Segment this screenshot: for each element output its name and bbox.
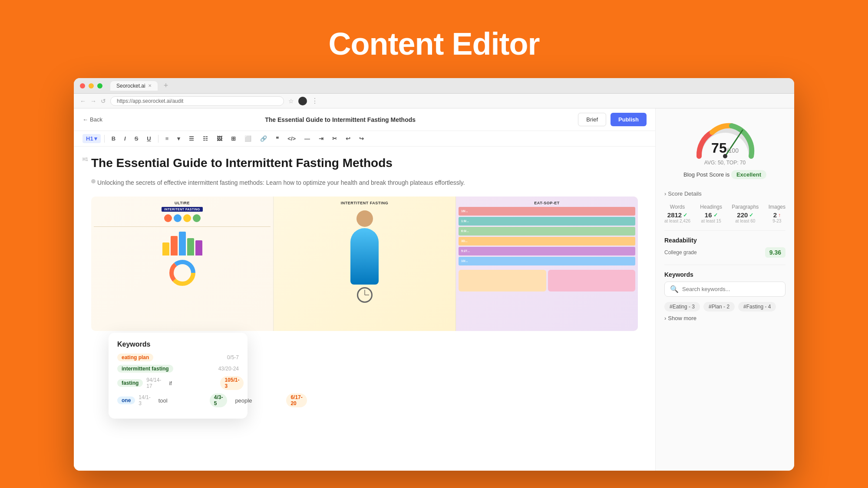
kw-tag-plan[interactable]: #Plan - 2	[703, 302, 735, 311]
kw-badge-fasting: fasting	[117, 379, 143, 387]
keywords-search-input[interactable]	[682, 286, 780, 292]
bookmark-icon[interactable]: ☆	[288, 98, 294, 105]
editor-content[interactable]: H1 The Essential Guide to Intermittent F…	[74, 147, 655, 471]
score-section: 75/100 AVG: 50, TOP: 70 Blog Post Score …	[664, 117, 785, 182]
stat-label-5: 5:27...	[461, 249, 470, 252]
search-icon: 🔍	[670, 285, 679, 293]
score-details-link[interactable]: › Score Details	[664, 190, 785, 197]
back-arrow-icon[interactable]: ←	[80, 98, 86, 105]
reload-icon[interactable]: ↺	[101, 98, 106, 105]
kw-count-fasting: 94/14-17	[146, 377, 161, 389]
quote-button[interactable]: ❝	[272, 134, 282, 144]
stat-label-2: 1:8/...	[461, 219, 469, 223]
stat-box-3: 6:0/...	[459, 227, 635, 236]
browser-chrome: Seorocket.ai ✕ +	[74, 78, 794, 94]
back-label: Back	[90, 116, 102, 123]
circle-1	[164, 214, 172, 222]
panel-badge-1: INTERITENT FASTING	[162, 207, 203, 212]
window-close-dot[interactable]	[80, 83, 85, 88]
bar-chart	[162, 229, 202, 255]
redo-button[interactable]: ↪	[356, 134, 367, 144]
link-button[interactable]: 🔗	[257, 134, 271, 144]
kw-item-eating-plan: eating plan 0/5-7	[117, 354, 239, 361]
stat-headings: Headings 16 ✓ at least 15	[700, 204, 722, 223]
images-check-icon: ↑	[778, 212, 781, 218]
menu-icon[interactable]: ⋮	[311, 97, 318, 105]
stat-images-sub: 9-23	[772, 219, 781, 223]
kw-tag-fasting[interactable]: #Fasting - 4	[738, 302, 776, 311]
kw-item-fasting: fasting 94/14-17 if 105/1-3	[117, 376, 239, 390]
infographic-panel-mid: INTERTITENT FASTING	[274, 197, 456, 331]
bar-3	[179, 232, 186, 255]
kw-badge-if: 105/1-3	[220, 376, 244, 390]
stat-box-2: 1:8/...	[459, 217, 635, 226]
kw-count-eating-plan: 0/5-7	[227, 354, 239, 360]
extra-button[interactable]: ✂	[329, 134, 340, 144]
unordered-list-button[interactable]: ☷	[199, 134, 211, 144]
stat-headings-value: 16 ✓	[705, 211, 718, 219]
heading-level: H1	[86, 135, 93, 142]
hr-button[interactable]: —	[301, 134, 314, 144]
food-2	[548, 270, 636, 291]
align-left-button[interactable]: ≡	[162, 134, 172, 144]
bar-2	[171, 236, 178, 255]
brief-button[interactable]: Brief	[578, 113, 606, 126]
circles-row	[164, 214, 201, 222]
kw-badge-one: one	[117, 396, 135, 404]
article-heading[interactable]: The Essential Guide to Intermittent Fast…	[91, 155, 638, 171]
image-button[interactable]: 🖼	[213, 134, 226, 144]
excellent-badge: Excellent	[731, 170, 766, 179]
words-check-icon: ✓	[683, 212, 687, 218]
profile-avatar	[298, 97, 307, 105]
heading-selector[interactable]: H1 ▾	[83, 134, 101, 143]
italic-button[interactable]: I	[121, 134, 129, 144]
kw-if-label: if	[169, 380, 217, 386]
undo-button[interactable]: ↩	[342, 134, 354, 144]
score-details-label: Score Details	[668, 190, 701, 197]
url-bar[interactable]: https://app.seorocket.ai/audit	[110, 96, 284, 106]
show-more-button[interactable]: › Show more	[664, 315, 785, 321]
embed-button[interactable]: ⬜	[241, 134, 255, 144]
h1-type-label: H1	[83, 157, 88, 162]
tab-close-icon[interactable]: ✕	[148, 83, 152, 88]
new-tab-icon[interactable]: +	[164, 81, 168, 90]
keywords-search-box[interactable]: 🔍	[664, 282, 785, 297]
divider-2	[664, 265, 785, 265]
align-dropdown-button[interactable]: ▾	[174, 134, 184, 144]
toolbar-divider-2	[158, 135, 158, 143]
window-minimize-dot[interactable]	[89, 83, 94, 88]
kw-badge-tool: 4/3-5	[210, 393, 228, 407]
paragraphs-check-icon: ✓	[749, 212, 753, 218]
tab-title: Seorocket.ai	[116, 83, 145, 89]
infographic-image: ULTIRE INTERITENT FASTING	[91, 197, 638, 331]
editor-toolbar: H1 ▾ B I S U ≡ ▾ ☰ ☷ 🖼 ⊞ ⬜ 🔗 ❝ </> —	[74, 131, 655, 147]
bar-4	[187, 238, 194, 255]
document-title: The Essential Guide to Intermittent Fast…	[265, 116, 416, 123]
strikethrough-button[interactable]: S	[131, 134, 142, 144]
indent-button[interactable]: ⇥	[315, 134, 327, 144]
clock-icon	[357, 287, 373, 303]
window-maximize-dot[interactable]	[97, 83, 102, 88]
browser-tab[interactable]: Seorocket.ai ✕	[110, 81, 158, 91]
ordered-list-button[interactable]: ☰	[185, 134, 198, 144]
stat-headings-label: Headings	[700, 204, 722, 210]
person-head	[356, 210, 373, 227]
table-button[interactable]: ⊞	[228, 134, 239, 144]
bold-button[interactable]: B	[108, 134, 119, 144]
back-button[interactable]: ← Back	[83, 116, 102, 123]
code-button[interactable]: </>	[284, 134, 299, 144]
circle-3	[183, 214, 191, 222]
article-subtitle[interactable]: Unlocking the secrets of effective inter…	[91, 178, 638, 187]
kw-tag-eating[interactable]: #Eating - 3	[664, 302, 700, 311]
underline-button[interactable]: U	[143, 134, 154, 144]
publish-button[interactable]: Publish	[611, 113, 647, 126]
kw-badge-eating-plan: eating plan	[117, 354, 153, 361]
kw-badge-intermittent: intermittent fasting	[117, 365, 173, 373]
forward-arrow-icon[interactable]: →	[90, 98, 96, 105]
chevron-right-icon: ›	[664, 190, 666, 197]
page-title: Content Editor	[329, 26, 540, 62]
stat-images-label: Images	[769, 204, 785, 210]
readability-sub-label: College grade	[664, 249, 697, 255]
infographic-panel-left: ULTIRE INTERITENT FASTING	[91, 197, 274, 331]
blog-post-score-label: Blog Post Score is Excellent	[683, 170, 766, 179]
